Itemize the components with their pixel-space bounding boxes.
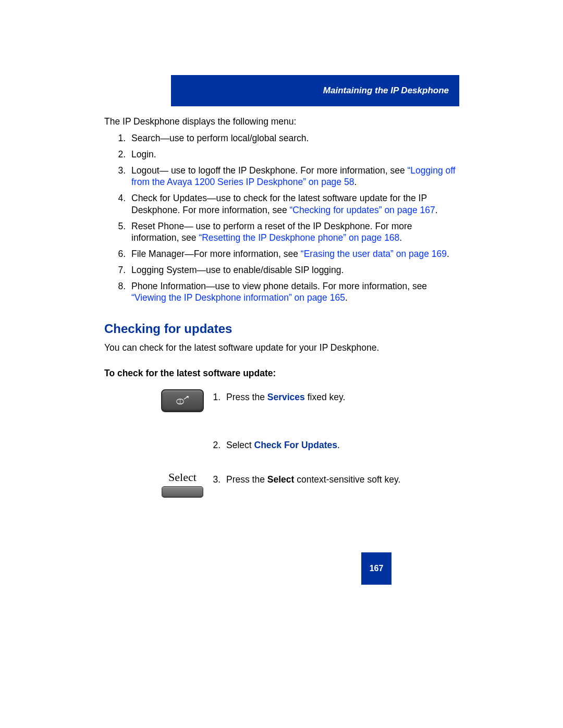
cross-reference-link[interactable]: “Checking for updates” on page 167: [289, 205, 435, 215]
item-text: Phone Information—use to view phone deta…: [131, 281, 427, 291]
ui-term: Select: [267, 474, 295, 485]
ui-term: Check For Updates: [254, 440, 337, 450]
document-page: Maintaining the IP Deskphone The IP Desk…: [0, 0, 563, 728]
step-list: Press the Select context-sensitive soft …: [209, 474, 459, 486]
step-text: Select Check For Updates.: [209, 439, 459, 452]
page-number: 167: [370, 564, 384, 573]
step-text: Press the Select context-sensitive soft …: [209, 474, 459, 486]
item-text: Logging System—use to enable/disable SIP…: [131, 265, 344, 275]
intro-text: The IP Deskphone displays the following …: [104, 116, 459, 127]
item-text: Logout— use to logoff the IP Deskphone. …: [131, 165, 408, 176]
section-heading: Checking for updates: [104, 322, 459, 336]
item-text: .: [345, 292, 348, 303]
step-list: Select Check For Updates.: [209, 439, 459, 452]
step-text-part: Select: [226, 440, 254, 450]
item-text: Login.: [131, 149, 156, 159]
step-row: Select Check For Updates.: [104, 439, 459, 452]
list-item: Reset Phone— use to perform a reset of t…: [128, 220, 459, 244]
select-softkey-icon: [162, 486, 203, 498]
select-key-label: Select: [168, 471, 197, 484]
section-description: You can check for the latest software up…: [104, 342, 459, 353]
body-content: The IP Deskphone displays the following …: [104, 116, 459, 525]
item-text: .: [447, 249, 449, 259]
cross-reference-link[interactable]: “Erasing the user data” on page 169: [301, 249, 447, 259]
list-item: Login.: [128, 149, 459, 161]
ui-term: Services: [267, 392, 305, 402]
step-item: Press the Select context-sensitive soft …: [223, 474, 459, 486]
services-key-icon: [161, 389, 204, 412]
item-text: .: [435, 205, 438, 215]
list-item: Logging System—use to enable/disable SIP…: [128, 264, 459, 276]
item-text: Search—use to perform local/global searc…: [131, 133, 309, 143]
menu-list: Search—use to perform local/global searc…: [104, 132, 459, 304]
list-item: Check for Updates—use to check for the l…: [128, 192, 459, 216]
item-text: .: [399, 232, 402, 243]
step-text: Press the Services fixed key.: [209, 391, 459, 404]
list-item: File Manager—For more information, see “…: [128, 248, 459, 260]
step-text-part: fixed key.: [305, 392, 346, 402]
cross-reference-link[interactable]: “Resetting the IP Deskphone phone” on pa…: [199, 232, 399, 243]
step-row: Press the Services fixed key.: [104, 391, 459, 412]
page-number-tab: 167: [361, 552, 391, 585]
step-row: Select Press the Select context-sensitiv…: [104, 474, 459, 498]
cross-reference-link[interactable]: “Viewing the IP Deskphone information” o…: [131, 292, 345, 303]
item-text: File Manager—For more information, see: [131, 249, 301, 259]
list-item: Phone Information—use to view phone deta…: [128, 280, 459, 304]
step-illustration: [104, 391, 209, 412]
select-key-group: Select: [162, 471, 203, 498]
step-list: Press the Services fixed key.: [209, 391, 459, 404]
globe-arrow-icon: [175, 395, 190, 406]
step-text-part: Press the: [226, 392, 267, 402]
step-item: Select Check For Updates.: [223, 439, 459, 452]
step-illustration: Select: [104, 474, 209, 498]
step-text-part: .: [337, 440, 340, 450]
steps-area: Press the Services fixed key. Select Che…: [104, 391, 459, 498]
header-title: Maintaining the IP Deskphone: [323, 85, 449, 96]
list-item: Search—use to perform local/global searc…: [128, 132, 459, 144]
item-text: .: [354, 177, 357, 187]
header-bar: Maintaining the IP Deskphone: [171, 75, 459, 106]
list-item: Logout— use to logoff the IP Deskphone. …: [128, 165, 459, 189]
step-text-part: context-sensitive soft key.: [294, 474, 400, 485]
step-text-part: Press the: [226, 474, 267, 485]
section-subheading: To check for the latest software update:: [104, 368, 459, 379]
step-item: Press the Services fixed key.: [223, 391, 459, 404]
